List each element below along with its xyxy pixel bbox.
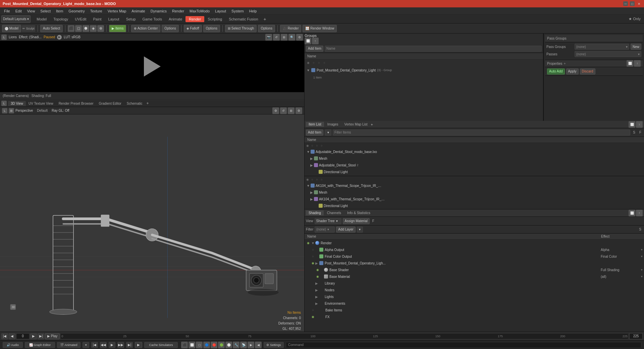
viewport-3d[interactable]: L ⊞ Perspective Default Ray GL: Off ⚙ ↺ …: [0, 107, 304, 340]
sh-row-nodes[interactable]: ▶ Nodes: [305, 287, 644, 293]
status-icon-1[interactable]: ⬛: [181, 342, 188, 348]
sel-icon-5[interactable]: ⊕: [97, 25, 104, 32]
ils-tab-images[interactable]: Images: [325, 122, 341, 127]
sh-basemat-dropdown[interactable]: ▾: [641, 275, 643, 278]
next-frame-btn[interactable]: ▶|: [126, 342, 133, 348]
sculpt-icon[interactable]: ✏ Sculpt: [22, 25, 35, 32]
properties-expand-icon[interactable]: ⬜: [627, 60, 633, 67]
layout-tab-animate[interactable]: Animate: [165, 16, 185, 22]
sh-row-post[interactable]: ◉ ▶ Post_Mounted_Dental_Operatory_Ligh..…: [305, 260, 644, 266]
menu-file[interactable]: File: [1, 8, 13, 14]
sh-row-env[interactable]: ▶ Environments: [305, 300, 644, 307]
pass-groups-new-button[interactable]: New: [631, 44, 641, 50]
auto-add-button[interactable]: Auto Add: [547, 68, 565, 74]
star-only-toggle[interactable]: ★ Only: [627, 16, 643, 22]
vp-axis-icon[interactable]: ⊞: [9, 108, 14, 113]
sh-eye-final[interactable]: ○: [311, 254, 315, 259]
layout-tab-gametools[interactable]: Game Tools: [139, 16, 165, 22]
tree-item-4[interactable]: ▼ AK104_with_Thermal_Scope_Trijcon_IR_Pa…: [305, 182, 644, 189]
cache-button[interactable]: Cache Simulators: [144, 342, 178, 348]
ils-eye2-3[interactable]: ○: [315, 177, 319, 182]
sh-f-key[interactable]: F: [371, 219, 376, 223]
groups-eye-4[interactable]: ○: [322, 60, 327, 65]
ils-eye-1[interactable]: ◉: [305, 143, 310, 148]
tree-item-0[interactable]: ▼ Adjustable_Dental_Stool_modo_base.lxo: [305, 148, 644, 155]
sh-row-base-shader[interactable]: ◉ Base Shader Full Shading ▾: [305, 266, 644, 273]
menu-maxtomodo[interactable]: MaxToModo: [187, 8, 212, 14]
ils-collapse-icon[interactable]: ↑: [636, 121, 643, 128]
model-button[interactable]: ⬤ Model: [2, 25, 21, 32]
rp-lock-icon[interactable]: L: [1, 35, 7, 40]
maximize-button[interactable]: □: [630, 1, 635, 6]
sh-row-render[interactable]: ◉ ▼ Render: [305, 240, 644, 246]
status-icon-2[interactable]: ⬜: [189, 342, 195, 348]
rp-settings-icon[interactable]: ⚙: [296, 34, 303, 41]
layout-tab-setup[interactable]: Setup: [123, 16, 139, 22]
settings-button[interactable]: ⚙ Settings: [264, 342, 284, 348]
sh-eye-bake[interactable]: ○: [311, 308, 315, 312]
sel-icon-2[interactable]: ◻: [75, 25, 82, 32]
sh-eye-alpha[interactable]: ○: [311, 247, 315, 252]
play-btn-status[interactable]: ▶: [109, 342, 115, 348]
layout-tab-topology[interactable]: Topology: [50, 16, 71, 22]
sh-row-base-mat[interactable]: ◉ Base Material (all) ▾: [305, 273, 644, 280]
groups-eye-2[interactable]: ○: [311, 60, 316, 65]
sh-eye-render[interactable]: ◉: [306, 241, 311, 245]
layout-tab-model[interactable]: Model: [33, 16, 50, 22]
sh-tab-shading[interactable]: Shading: [306, 210, 324, 215]
add-layer-dropdown[interactable]: ▾: [357, 227, 363, 233]
properties-collapse-icon[interactable]: ↑: [634, 60, 641, 67]
status-icon-3[interactable]: ◻: [196, 342, 203, 348]
groups-filter-input[interactable]: Name: [325, 46, 542, 52]
add-item-dropdown[interactable]: ▾: [325, 130, 331, 136]
command-input[interactable]: Command: [286, 342, 641, 348]
status-icon-7[interactable]: ⚪: [225, 342, 232, 348]
graph-editor-button[interactable]: 📈 Graph Editor: [25, 342, 55, 348]
sh-alpha-dropdown[interactable]: ▾: [641, 248, 643, 251]
sh-collapse-icon[interactable]: ↑: [636, 210, 643, 216]
rp-fit-icon[interactable]: ⊞: [281, 34, 287, 41]
select-through-button[interactable]: ⊞ Select Through: [225, 25, 257, 32]
sh-eye-basemat[interactable]: ◉: [315, 274, 320, 279]
view-tab-3d[interactable]: 3D View: [8, 101, 26, 106]
add-layer-button[interactable]: Add Layer: [336, 227, 356, 233]
ils-eye-4[interactable]: ○: [319, 143, 324, 148]
tree-item-1[interactable]: ▶ Mesh: [305, 155, 644, 162]
sh-s-key[interactable]: S: [638, 228, 643, 231]
animated-dropdown[interactable]: ▾: [83, 342, 89, 348]
render-window-button[interactable]: 🪟 Render Window: [303, 25, 337, 32]
status-icon-4[interactable]: 🔵: [203, 342, 210, 348]
tl-play-button[interactable]: ▶: [30, 333, 37, 339]
rp-refresh-icon[interactable]: ↺: [273, 34, 280, 41]
tree-item-6[interactable]: ▶ AK104_with_Thermal_Scope_Trijcon_IR_Pa…: [305, 196, 644, 202]
sh-row-fx[interactable]: ◉ FX: [305, 313, 644, 320]
tree-item-7[interactable]: Directional Light: [305, 202, 644, 209]
groups-collapse-icon[interactable]: ↑: [312, 38, 319, 44]
timeline-ruler[interactable]: 0 25 50 75 100 125 150 175 200 225: [60, 333, 629, 339]
ils-sort-icon[interactable]: S: [632, 131, 637, 134]
groups-expand-icon[interactable]: ⬜: [305, 38, 311, 44]
options3-button[interactable]: Options: [258, 25, 275, 32]
layout-tab-layout[interactable]: Layout: [105, 16, 123, 22]
add-item-button[interactable]: Add Item: [306, 130, 323, 136]
menu-view[interactable]: View: [24, 8, 38, 14]
ils-tab-vertexmap[interactable]: Vertex Map List: [342, 122, 370, 127]
sh-row-alpha[interactable]: ○ Alpha Output Alpha ▾: [305, 246, 644, 253]
tl-next-button[interactable]: ▶|: [38, 333, 44, 339]
sh-final-dropdown[interactable]: ▾: [641, 255, 643, 258]
sh-expand-icon[interactable]: ⬜: [629, 210, 635, 216]
ils-eye-2[interactable]: ○: [310, 143, 315, 148]
menu-render[interactable]: Render: [169, 8, 187, 14]
sh-eye-baseshader[interactable]: ◉: [315, 267, 320, 272]
tree-item-2[interactable]: ▶ Adjustable_Dental_Stool 2: [305, 162, 644, 168]
layout-tab-uvedit[interactable]: UVEdit: [71, 16, 90, 22]
vp-fit-icon[interactable]: ⊞: [288, 107, 294, 114]
layout-tab-paint[interactable]: Paint: [90, 16, 105, 22]
menu-layout[interactable]: Layout: [212, 8, 229, 14]
action-center-button[interactable]: ⊕ Action Center: [131, 25, 160, 32]
discard-button[interactable]: Discard: [580, 68, 595, 74]
sh-eye-fx[interactable]: ◉: [311, 314, 315, 319]
sh-row-bake[interactable]: ○ Bake Items: [305, 307, 644, 313]
filter-items-input[interactable]: Filter Items: [333, 130, 630, 136]
status-icon-11[interactable]: ◀: [255, 342, 262, 348]
